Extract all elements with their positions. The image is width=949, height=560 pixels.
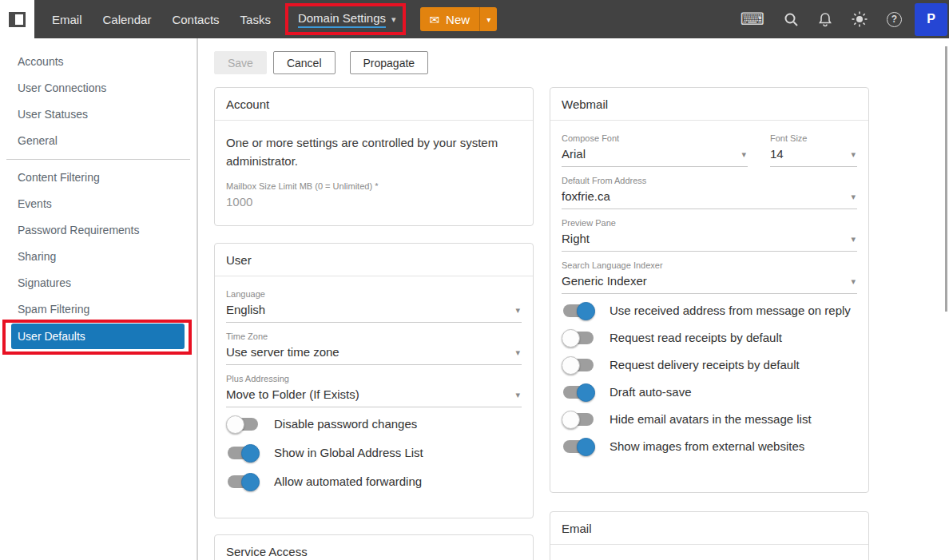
sidebar-item-events[interactable]: Events bbox=[0, 191, 197, 217]
font-size-dropdown[interactable]: Font Size 14 ▾ bbox=[770, 133, 857, 167]
sidebar-item-user-defaults[interactable]: User Defaults bbox=[0, 324, 197, 350]
sidebar-item-user-defaults-label: User Defaults bbox=[11, 324, 185, 349]
toggle-row-draft-auto-save: Draft auto-save bbox=[563, 385, 857, 399]
hide-email-avatars-toggle[interactable] bbox=[563, 413, 594, 426]
language-dropdown[interactable]: Language English ▾ bbox=[226, 289, 522, 323]
top-bar: Email Calendar Contacts Tasks Domain Set… bbox=[0, 0, 949, 38]
new-button[interactable]: ✉ New ▾ bbox=[420, 7, 498, 31]
preview-pane-dropdown[interactable]: Preview Pane Right ▾ bbox=[562, 218, 857, 252]
font-size-label: Font Size bbox=[770, 133, 857, 143]
settings-sidebar: Accounts User Connections User Statuses … bbox=[0, 38, 198, 560]
plus-addressing-value: Move to Folder (If Exists) bbox=[226, 386, 522, 407]
webmail-card-title: Webmail bbox=[550, 88, 868, 121]
request-read-receipts-toggle[interactable] bbox=[563, 332, 594, 344]
service-access-card: Service Access bbox=[214, 534, 534, 560]
nav-contacts[interactable]: Contacts bbox=[172, 13, 219, 26]
sidebar-item-password-requirements[interactable]: Password Requirements bbox=[0, 217, 197, 244]
email-card-title: Email bbox=[550, 512, 868, 545]
use-received-address-label: Use received address from message on rep… bbox=[610, 304, 851, 317]
plus-addressing-dropdown[interactable]: Plus Addressing Move to Folder (If Exist… bbox=[226, 374, 522, 407]
save-button[interactable]: Save bbox=[214, 51, 267, 74]
compose-font-dropdown[interactable]: Compose Font Arial ▾ bbox=[562, 133, 748, 167]
nav-email[interactable]: Email bbox=[52, 13, 82, 26]
disable-password-changes-label: Disable password changes bbox=[274, 417, 417, 431]
right-column: Webmail Compose Font Arial ▾ Font Size 1… bbox=[550, 87, 869, 560]
show-in-global-address-list-label: Show in Global Address List bbox=[274, 446, 423, 459]
allow-automated-forwarding-toggle[interactable] bbox=[228, 475, 258, 488]
hide-email-avatars-label: Hide email avatars in the message list bbox=[610, 412, 812, 426]
toggle-row-disable-password-changes: Disable password changes bbox=[228, 417, 522, 431]
nav-tasks[interactable]: Tasks bbox=[240, 13, 271, 26]
time-zone-value: Use server time zone bbox=[226, 344, 522, 365]
show-external-images-toggle[interactable] bbox=[563, 440, 594, 453]
sidebar-item-user-statuses[interactable]: User Statuses bbox=[0, 101, 197, 128]
compose-font-value: Arial bbox=[562, 145, 748, 167]
chevron-down-icon: ▾ bbox=[851, 276, 856, 287]
request-delivery-receipts-label: Request delivery receipts by default bbox=[610, 358, 800, 371]
time-zone-dropdown[interactable]: Time Zone Use server time zone ▾ bbox=[226, 332, 522, 365]
chevron-down-icon: ▾ bbox=[851, 149, 856, 160]
toggle-row-request-read-receipts: Request read receipts by default bbox=[563, 331, 857, 344]
draft-auto-save-toggle[interactable] bbox=[563, 386, 594, 399]
show-in-global-address-list-toggle[interactable] bbox=[228, 447, 258, 459]
nav-domain-settings[interactable]: Domain Settings ▾ bbox=[298, 11, 396, 28]
default-from-address-label: Default From Address bbox=[562, 176, 857, 185]
envelope-icon: ✉ bbox=[430, 14, 440, 26]
new-button-label: New bbox=[446, 13, 470, 26]
mailbox-size-limit-label: Mailbox Size Limit MB (0 = Unlimited) * bbox=[226, 181, 522, 191]
toggle-row-use-received-address: Use received address from message on rep… bbox=[563, 304, 857, 317]
new-button-main[interactable]: ✉ New bbox=[420, 7, 480, 31]
sidebar-item-signatures[interactable]: Signatures bbox=[0, 270, 197, 296]
chevron-down-icon: ▾ bbox=[851, 234, 856, 244]
account-card: Account One or more settings are control… bbox=[214, 87, 534, 226]
scrollbar-thumb[interactable] bbox=[945, 46, 947, 312]
draft-auto-save-label: Draft auto-save bbox=[610, 385, 692, 399]
nav-calendar[interactable]: Calendar bbox=[103, 13, 152, 26]
sidebar-item-spam-filtering[interactable]: Spam Filtering bbox=[0, 296, 197, 323]
propagate-button[interactable]: Propagate bbox=[350, 51, 429, 74]
toggle-row-show-external-images: Show images from external websites bbox=[563, 439, 857, 453]
sidebar-item-sharing[interactable]: Sharing bbox=[0, 244, 197, 270]
disable-password-changes-toggle[interactable] bbox=[228, 418, 258, 431]
chevron-down-icon: ▾ bbox=[515, 390, 520, 400]
nav-domain-settings-label: Domain Settings bbox=[298, 11, 386, 28]
cancel-button[interactable]: Cancel bbox=[273, 51, 336, 74]
request-delivery-receipts-toggle[interactable] bbox=[563, 359, 594, 371]
help-icon[interactable]: ? bbox=[887, 12, 902, 27]
default-from-address-dropdown[interactable]: Default From Address foxfrie.ca ▾ bbox=[562, 176, 857, 209]
avatar[interactable]: P bbox=[915, 3, 947, 36]
toggle-row-allow-automated-forwarding: Allow automated forwarding bbox=[228, 475, 522, 488]
language-value: English bbox=[226, 301, 522, 323]
action-toolbar: Save Cancel Propagate bbox=[214, 51, 949, 74]
topbar-icons: ⌨ ? bbox=[741, 11, 902, 28]
allow-automated-forwarding-label: Allow automated forwarding bbox=[274, 475, 422, 488]
email-card: Email bbox=[550, 511, 869, 560]
sidebar-toggle-icon bbox=[9, 12, 26, 27]
keyboard-shortcuts-icon[interactable]: ⌨ bbox=[741, 11, 764, 28]
notifications-bell-icon[interactable] bbox=[818, 12, 832, 27]
brightness-sun-icon[interactable] bbox=[852, 11, 868, 27]
search-language-indexer-dropdown[interactable]: Search Language Indexer Generic Indexer … bbox=[562, 260, 857, 294]
service-access-card-title: Service Access bbox=[215, 535, 533, 560]
admin-controlled-notice: One or more settings are controlled by y… bbox=[226, 133, 522, 170]
search-icon[interactable] bbox=[784, 12, 799, 27]
mailbox-size-limit-value: 1000 bbox=[226, 193, 522, 214]
preview-pane-label: Preview Pane bbox=[562, 218, 857, 228]
sidebar-item-general[interactable]: General bbox=[0, 128, 197, 154]
search-language-indexer-value: Generic Indexer bbox=[562, 272, 857, 294]
use-received-address-toggle[interactable] bbox=[563, 304, 594, 317]
plus-addressing-label: Plus Addressing bbox=[226, 374, 522, 383]
user-card-title: User bbox=[215, 244, 533, 276]
sidebar-item-accounts[interactable]: Accounts bbox=[0, 49, 197, 75]
webmail-card: Webmail Compose Font Arial ▾ Font Size 1… bbox=[550, 87, 869, 493]
sidebar-toggle-button[interactable] bbox=[0, 0, 34, 38]
account-card-title: Account bbox=[215, 88, 533, 121]
show-external-images-label: Show images from external websites bbox=[610, 439, 804, 453]
sidebar-item-content-filtering[interactable]: Content Filtering bbox=[0, 165, 197, 191]
sidebar-item-user-connections[interactable]: User Connections bbox=[0, 75, 197, 101]
time-zone-label: Time Zone bbox=[226, 332, 522, 341]
request-read-receipts-label: Request read receipts by default bbox=[610, 331, 782, 344]
search-language-indexer-label: Search Language Indexer bbox=[562, 260, 857, 270]
new-button-dropdown[interactable]: ▾ bbox=[479, 7, 497, 31]
default-from-address-value: foxfrie.ca bbox=[562, 188, 857, 209]
